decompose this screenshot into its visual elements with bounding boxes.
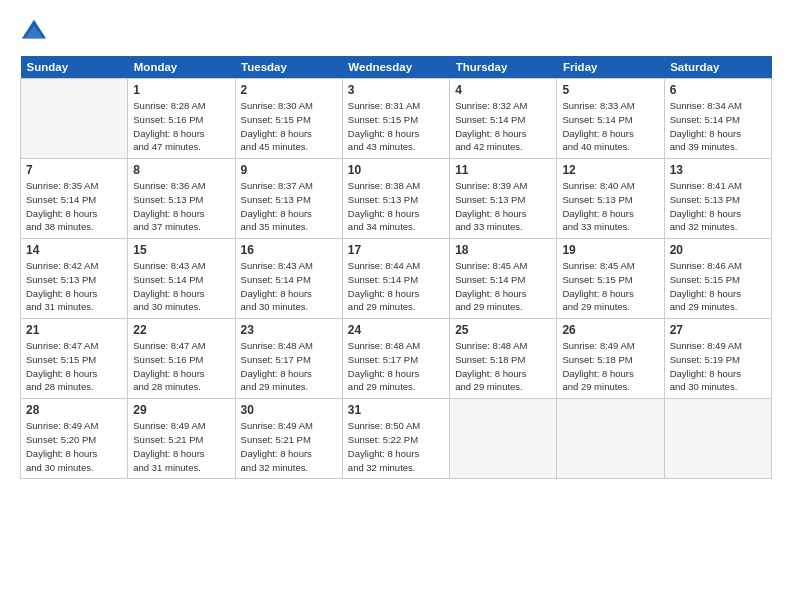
calendar-week-row: 21Sunrise: 8:47 AM Sunset: 5:15 PM Dayli… bbox=[21, 319, 772, 399]
calendar-cell: 24Sunrise: 8:48 AM Sunset: 5:17 PM Dayli… bbox=[342, 319, 449, 399]
day-detail: Sunrise: 8:43 AM Sunset: 5:14 PM Dayligh… bbox=[241, 259, 337, 314]
day-detail: Sunrise: 8:47 AM Sunset: 5:16 PM Dayligh… bbox=[133, 339, 229, 394]
day-number: 14 bbox=[26, 243, 122, 257]
day-number: 15 bbox=[133, 243, 229, 257]
day-number: 18 bbox=[455, 243, 551, 257]
day-detail: Sunrise: 8:32 AM Sunset: 5:14 PM Dayligh… bbox=[455, 99, 551, 154]
calendar-cell: 9Sunrise: 8:37 AM Sunset: 5:13 PM Daylig… bbox=[235, 159, 342, 239]
calendar-header-cell: Thursday bbox=[450, 56, 557, 79]
day-detail: Sunrise: 8:49 AM Sunset: 5:18 PM Dayligh… bbox=[562, 339, 658, 394]
calendar-cell: 18Sunrise: 8:45 AM Sunset: 5:14 PM Dayli… bbox=[450, 239, 557, 319]
day-detail: Sunrise: 8:43 AM Sunset: 5:14 PM Dayligh… bbox=[133, 259, 229, 314]
day-number: 29 bbox=[133, 403, 229, 417]
day-number: 13 bbox=[670, 163, 766, 177]
calendar-cell bbox=[21, 79, 128, 159]
calendar-cell bbox=[450, 399, 557, 479]
page: SundayMondayTuesdayWednesdayThursdayFrid… bbox=[0, 0, 792, 612]
day-detail: Sunrise: 8:39 AM Sunset: 5:13 PM Dayligh… bbox=[455, 179, 551, 234]
header bbox=[20, 18, 772, 46]
day-detail: Sunrise: 8:48 AM Sunset: 5:18 PM Dayligh… bbox=[455, 339, 551, 394]
calendar-cell bbox=[664, 399, 771, 479]
calendar-cell: 30Sunrise: 8:49 AM Sunset: 5:21 PM Dayli… bbox=[235, 399, 342, 479]
day-number: 25 bbox=[455, 323, 551, 337]
calendar-cell: 29Sunrise: 8:49 AM Sunset: 5:21 PM Dayli… bbox=[128, 399, 235, 479]
calendar-cell: 31Sunrise: 8:50 AM Sunset: 5:22 PM Dayli… bbox=[342, 399, 449, 479]
day-number: 26 bbox=[562, 323, 658, 337]
calendar-header-cell: Wednesday bbox=[342, 56, 449, 79]
day-number: 30 bbox=[241, 403, 337, 417]
day-number: 8 bbox=[133, 163, 229, 177]
calendar-header-cell: Tuesday bbox=[235, 56, 342, 79]
day-number: 6 bbox=[670, 83, 766, 97]
day-number: 3 bbox=[348, 83, 444, 97]
calendar-cell: 8Sunrise: 8:36 AM Sunset: 5:13 PM Daylig… bbox=[128, 159, 235, 239]
calendar-cell: 14Sunrise: 8:42 AM Sunset: 5:13 PM Dayli… bbox=[21, 239, 128, 319]
calendar-cell: 19Sunrise: 8:45 AM Sunset: 5:15 PM Dayli… bbox=[557, 239, 664, 319]
calendar-cell: 6Sunrise: 8:34 AM Sunset: 5:14 PM Daylig… bbox=[664, 79, 771, 159]
calendar-cell: 2Sunrise: 8:30 AM Sunset: 5:15 PM Daylig… bbox=[235, 79, 342, 159]
logo-icon bbox=[20, 18, 48, 46]
calendar-header-cell: Monday bbox=[128, 56, 235, 79]
calendar-cell: 21Sunrise: 8:47 AM Sunset: 5:15 PM Dayli… bbox=[21, 319, 128, 399]
day-number: 7 bbox=[26, 163, 122, 177]
day-number: 19 bbox=[562, 243, 658, 257]
day-number: 23 bbox=[241, 323, 337, 337]
day-detail: Sunrise: 8:33 AM Sunset: 5:14 PM Dayligh… bbox=[562, 99, 658, 154]
day-number: 28 bbox=[26, 403, 122, 417]
day-detail: Sunrise: 8:48 AM Sunset: 5:17 PM Dayligh… bbox=[348, 339, 444, 394]
day-number: 11 bbox=[455, 163, 551, 177]
calendar-week-row: 7Sunrise: 8:35 AM Sunset: 5:14 PM Daylig… bbox=[21, 159, 772, 239]
calendar-cell: 22Sunrise: 8:47 AM Sunset: 5:16 PM Dayli… bbox=[128, 319, 235, 399]
day-number: 5 bbox=[562, 83, 658, 97]
day-number: 2 bbox=[241, 83, 337, 97]
day-number: 10 bbox=[348, 163, 444, 177]
day-detail: Sunrise: 8:47 AM Sunset: 5:15 PM Dayligh… bbox=[26, 339, 122, 394]
day-detail: Sunrise: 8:49 AM Sunset: 5:20 PM Dayligh… bbox=[26, 419, 122, 474]
logo bbox=[20, 18, 52, 46]
calendar-cell: 12Sunrise: 8:40 AM Sunset: 5:13 PM Dayli… bbox=[557, 159, 664, 239]
calendar-header-row: SundayMondayTuesdayWednesdayThursdayFrid… bbox=[21, 56, 772, 79]
day-number: 27 bbox=[670, 323, 766, 337]
calendar-cell: 4Sunrise: 8:32 AM Sunset: 5:14 PM Daylig… bbox=[450, 79, 557, 159]
day-number: 4 bbox=[455, 83, 551, 97]
day-number: 12 bbox=[562, 163, 658, 177]
day-detail: Sunrise: 8:48 AM Sunset: 5:17 PM Dayligh… bbox=[241, 339, 337, 394]
day-detail: Sunrise: 8:46 AM Sunset: 5:15 PM Dayligh… bbox=[670, 259, 766, 314]
day-detail: Sunrise: 8:49 AM Sunset: 5:19 PM Dayligh… bbox=[670, 339, 766, 394]
day-detail: Sunrise: 8:44 AM Sunset: 5:14 PM Dayligh… bbox=[348, 259, 444, 314]
calendar-cell: 23Sunrise: 8:48 AM Sunset: 5:17 PM Dayli… bbox=[235, 319, 342, 399]
day-detail: Sunrise: 8:41 AM Sunset: 5:13 PM Dayligh… bbox=[670, 179, 766, 234]
day-detail: Sunrise: 8:45 AM Sunset: 5:14 PM Dayligh… bbox=[455, 259, 551, 314]
calendar-cell: 16Sunrise: 8:43 AM Sunset: 5:14 PM Dayli… bbox=[235, 239, 342, 319]
day-detail: Sunrise: 8:49 AM Sunset: 5:21 PM Dayligh… bbox=[133, 419, 229, 474]
day-number: 24 bbox=[348, 323, 444, 337]
calendar-cell: 5Sunrise: 8:33 AM Sunset: 5:14 PM Daylig… bbox=[557, 79, 664, 159]
day-detail: Sunrise: 8:37 AM Sunset: 5:13 PM Dayligh… bbox=[241, 179, 337, 234]
calendar-week-row: 28Sunrise: 8:49 AM Sunset: 5:20 PM Dayli… bbox=[21, 399, 772, 479]
day-detail: Sunrise: 8:38 AM Sunset: 5:13 PM Dayligh… bbox=[348, 179, 444, 234]
calendar-cell: 17Sunrise: 8:44 AM Sunset: 5:14 PM Dayli… bbox=[342, 239, 449, 319]
calendar-header-cell: Sunday bbox=[21, 56, 128, 79]
calendar-cell: 15Sunrise: 8:43 AM Sunset: 5:14 PM Dayli… bbox=[128, 239, 235, 319]
day-detail: Sunrise: 8:35 AM Sunset: 5:14 PM Dayligh… bbox=[26, 179, 122, 234]
calendar-cell: 27Sunrise: 8:49 AM Sunset: 5:19 PM Dayli… bbox=[664, 319, 771, 399]
calendar-cell: 20Sunrise: 8:46 AM Sunset: 5:15 PM Dayli… bbox=[664, 239, 771, 319]
day-detail: Sunrise: 8:30 AM Sunset: 5:15 PM Dayligh… bbox=[241, 99, 337, 154]
calendar-header-cell: Saturday bbox=[664, 56, 771, 79]
calendar-cell: 10Sunrise: 8:38 AM Sunset: 5:13 PM Dayli… bbox=[342, 159, 449, 239]
day-detail: Sunrise: 8:34 AM Sunset: 5:14 PM Dayligh… bbox=[670, 99, 766, 154]
day-number: 31 bbox=[348, 403, 444, 417]
calendar-cell bbox=[557, 399, 664, 479]
day-number: 1 bbox=[133, 83, 229, 97]
calendar-cell: 28Sunrise: 8:49 AM Sunset: 5:20 PM Dayli… bbox=[21, 399, 128, 479]
day-number: 16 bbox=[241, 243, 337, 257]
calendar-table: SundayMondayTuesdayWednesdayThursdayFrid… bbox=[20, 56, 772, 479]
day-number: 22 bbox=[133, 323, 229, 337]
day-number: 17 bbox=[348, 243, 444, 257]
calendar-cell: 1Sunrise: 8:28 AM Sunset: 5:16 PM Daylig… bbox=[128, 79, 235, 159]
day-detail: Sunrise: 8:42 AM Sunset: 5:13 PM Dayligh… bbox=[26, 259, 122, 314]
day-number: 21 bbox=[26, 323, 122, 337]
day-detail: Sunrise: 8:49 AM Sunset: 5:21 PM Dayligh… bbox=[241, 419, 337, 474]
calendar-cell: 3Sunrise: 8:31 AM Sunset: 5:15 PM Daylig… bbox=[342, 79, 449, 159]
calendar-cell: 25Sunrise: 8:48 AM Sunset: 5:18 PM Dayli… bbox=[450, 319, 557, 399]
